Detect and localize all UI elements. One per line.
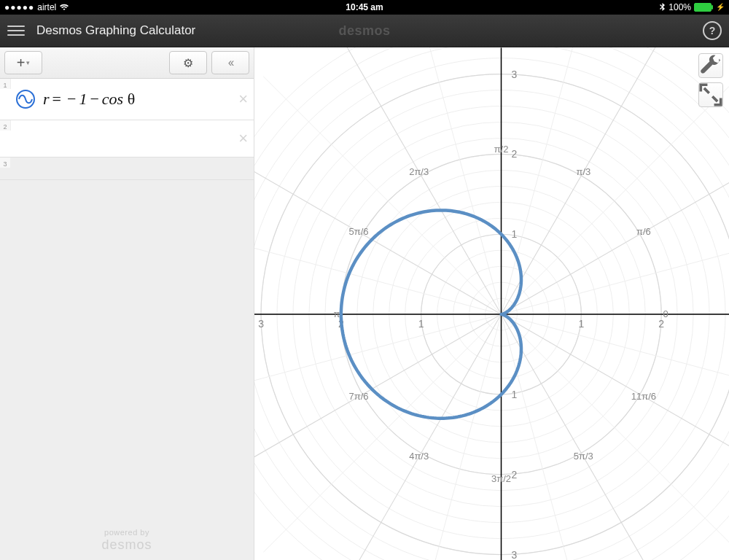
expression-row[interactable]: 3 bbox=[0, 158, 254, 180]
svg-text:2: 2 bbox=[511, 148, 517, 160]
fullscreen-button[interactable] bbox=[698, 82, 723, 107]
svg-text:4π/3: 4π/3 bbox=[409, 451, 429, 462]
expression-color-icon[interactable] bbox=[15, 89, 36, 109]
expression-index: 1 bbox=[0, 79, 11, 89]
settings-button[interactable]: ⚙ bbox=[169, 51, 207, 74]
menu-button[interactable] bbox=[7, 22, 25, 39]
svg-text:5π/3: 5π/3 bbox=[574, 451, 593, 462]
chevron-left-icon: ‹‹ bbox=[228, 56, 233, 69]
expression-formula[interactable]: r=−1−cos θ bbox=[43, 90, 135, 109]
svg-line-30 bbox=[414, 47, 501, 314]
bluetooth-icon bbox=[660, 3, 666, 12]
svg-text:2: 2 bbox=[511, 469, 517, 481]
expression-sidebar: + ▾ ⚙ ‹‹ 1r=−1−cos θ×2×3 powered by desm… bbox=[0, 47, 254, 560]
svg-line-38 bbox=[263, 314, 501, 552]
graph-settings-button[interactable] bbox=[698, 53, 723, 78]
svg-text:3: 3 bbox=[258, 318, 264, 330]
chevron-down-icon: ▾ bbox=[26, 59, 30, 66]
delete-expression-button[interactable]: × bbox=[238, 131, 248, 147]
svg-text:3: 3 bbox=[511, 69, 517, 80]
battery-icon bbox=[694, 3, 712, 12]
svg-text:3π/2: 3π/2 bbox=[491, 473, 511, 484]
expression-row[interactable]: 2× bbox=[0, 120, 254, 158]
svg-text:11π/6: 11π/6 bbox=[631, 391, 656, 402]
svg-line-28 bbox=[502, 47, 588, 314]
collapse-sidebar-button[interactable]: ‹‹ bbox=[211, 51, 249, 74]
svg-line-25 bbox=[502, 146, 729, 314]
svg-text:π/6: π/6 bbox=[636, 226, 651, 237]
app-toolbar: Desmos Graphing Calculator desmos ? bbox=[0, 15, 729, 47]
battery-percent: 100% bbox=[668, 2, 691, 12]
svg-text:7π/6: 7π/6 bbox=[349, 391, 369, 402]
expression-index: 3 bbox=[0, 158, 11, 168]
powered-by-label: powered by desmos bbox=[0, 528, 254, 553]
clock: 10:45 am bbox=[0, 2, 729, 12]
svg-line-44 bbox=[502, 314, 729, 552]
svg-text:3: 3 bbox=[511, 549, 517, 560]
carrier-name: airtel bbox=[37, 2, 56, 12]
expand-icon bbox=[699, 83, 722, 106]
expression-row[interactable]: 1r=−1−cos θ× bbox=[0, 79, 254, 120]
ios-status-bar: ●●●●● airtel 10:45 am 100% ⚡ bbox=[0, 0, 729, 15]
svg-line-39 bbox=[333, 314, 502, 560]
svg-line-33 bbox=[254, 146, 502, 314]
expression-index: 2 bbox=[0, 120, 11, 131]
svg-line-37 bbox=[254, 314, 502, 483]
svg-text:π: π bbox=[333, 308, 340, 319]
svg-text:2: 2 bbox=[658, 318, 664, 330]
svg-line-46 bbox=[502, 314, 729, 401]
svg-line-26 bbox=[502, 77, 729, 314]
delete-expression-button[interactable]: × bbox=[238, 91, 248, 107]
polar-plot[interactable]: 1111222233330π/6π/3π/22π/35π/6π7π/64π/33… bbox=[254, 47, 729, 560]
app-title: Desmos Graphing Calculator bbox=[36, 23, 195, 38]
charging-icon: ⚡ bbox=[716, 4, 725, 11]
plus-icon: + bbox=[17, 55, 26, 70]
gear-icon: ⚙ bbox=[183, 56, 193, 70]
svg-text:5π/6: 5π/6 bbox=[349, 226, 369, 237]
svg-text:0: 0 bbox=[663, 308, 668, 319]
wrench-icon bbox=[699, 54, 722, 77]
svg-text:π/3: π/3 bbox=[576, 166, 590, 177]
svg-text:1: 1 bbox=[418, 318, 424, 330]
help-button[interactable]: ? bbox=[703, 21, 722, 40]
signal-strength: ●●●●● bbox=[4, 2, 34, 12]
svg-line-31 bbox=[333, 47, 502, 314]
svg-line-27 bbox=[502, 47, 670, 314]
svg-text:1: 1 bbox=[511, 228, 517, 240]
svg-line-24 bbox=[502, 228, 729, 314]
svg-line-43 bbox=[502, 314, 670, 560]
expression-list: 1r=−1−cos θ×2×3 bbox=[0, 79, 254, 560]
svg-line-40 bbox=[414, 314, 501, 560]
sidebar-toolbar: + ▾ ⚙ ‹‹ bbox=[0, 47, 254, 79]
svg-line-42 bbox=[502, 314, 588, 560]
svg-text:π/2: π/2 bbox=[494, 144, 509, 155]
wifi-icon bbox=[59, 4, 69, 11]
svg-text:1: 1 bbox=[578, 318, 584, 330]
add-expression-button[interactable]: + ▾ bbox=[4, 51, 42, 74]
svg-text:2π/3: 2π/3 bbox=[409, 166, 429, 177]
graph-area[interactable]: 1111222233330π/6π/3π/22π/35π/6π7π/64π/33… bbox=[254, 47, 729, 560]
svg-line-32 bbox=[263, 77, 501, 314]
svg-text:1: 1 bbox=[511, 389, 517, 400]
svg-line-45 bbox=[502, 314, 729, 483]
workspace: + ▾ ⚙ ‹‹ 1r=−1−cos θ×2×3 powered by desm… bbox=[0, 47, 729, 560]
